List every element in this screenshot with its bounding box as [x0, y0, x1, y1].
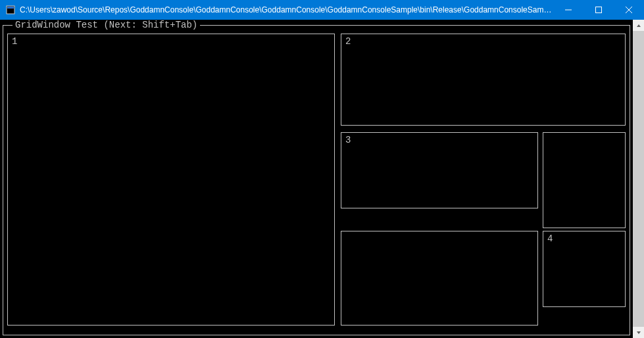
svg-rect-3	[596, 7, 602, 13]
maximize-button[interactable]	[583, 0, 614, 20]
grid-panel-3[interactable]: 3	[341, 132, 538, 208]
grid-window-frame: GridWindow Test (Next: Shift+Tab) 1 2 3 …	[3, 25, 630, 335]
svg-rect-1	[7, 7, 14, 9]
grid-panel-1[interactable]: 1	[7, 34, 335, 326]
app-icon	[5, 5, 16, 15]
client-area: GridWindow Test (Next: Shift+Tab) 1 2 3 …	[0, 20, 644, 338]
window-titlebar: C:\Users\zawod\Source\Repos\GoddamnConso…	[0, 0, 644, 20]
scrollbar-track[interactable]	[633, 31, 644, 327]
svg-marker-6	[637, 24, 641, 27]
scrollbar-thumb[interactable]	[633, 31, 644, 327]
grid-panel-2[interactable]: 2	[341, 34, 626, 126]
scroll-up-button[interactable]	[633, 20, 644, 31]
frame-title: GridWindow Test (Next: Shift+Tab)	[12, 20, 200, 30]
grid-panel-1-label: 1	[12, 36, 17, 47]
grid-panel-blank-a[interactable]	[543, 132, 626, 228]
minimize-button[interactable]	[553, 0, 583, 20]
vertical-scrollbar[interactable]	[633, 20, 644, 338]
window-controls	[553, 0, 644, 20]
svg-marker-7	[637, 331, 641, 334]
close-button[interactable]	[614, 0, 644, 20]
grid-panel-3-label: 3	[345, 135, 351, 145]
grid-panel-4[interactable]: 4	[543, 231, 626, 307]
scroll-down-button[interactable]	[633, 327, 644, 338]
window-title: C:\Users\zawod\Source\Repos\GoddamnConso…	[20, 5, 553, 14]
grid-panel-4-label: 4	[547, 233, 553, 244]
console-viewport: GridWindow Test (Next: Shift+Tab) 1 2 3 …	[0, 20, 633, 338]
grid-panel-2-label: 2	[345, 36, 351, 47]
grid-panel-blank-b[interactable]	[341, 231, 538, 326]
